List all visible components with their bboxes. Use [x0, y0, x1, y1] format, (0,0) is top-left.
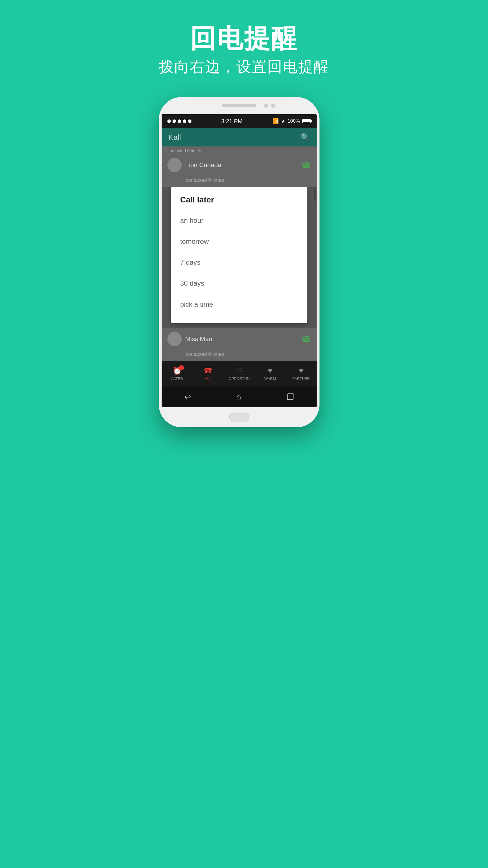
contact-row-2[interactable]: Miss Man ☎	[162, 328, 317, 350]
dot-2	[172, 119, 176, 123]
contact-info-1: Fion Canada	[185, 161, 298, 169]
modal-item-label-0: an hour	[180, 217, 203, 224]
all-icon: ☎	[203, 366, 213, 375]
android-bar: ↩ ⌂ ❐	[162, 386, 317, 407]
contact-name-2: Miss Man	[185, 335, 298, 343]
bottom-contact-area: Miss Man ☎ contacted 0 times	[162, 328, 317, 361]
top-heading-area: 回电提醒 拨向右边，设置回电提醒	[159, 23, 329, 77]
modal-item-label-1: tomorrow	[180, 238, 209, 245]
call-later-modal: Call later an hour tomorrow 7 days 30 da…	[171, 187, 307, 323]
dot-4	[183, 119, 186, 123]
nav-warm-label: WARM	[264, 376, 276, 381]
opportunity-icon: ♡	[236, 366, 242, 375]
nav-item-partner[interactable]: ♥ PARTNER	[286, 366, 317, 381]
partner-icon: ♥	[299, 366, 303, 375]
phone-wrapper: 3:21 PM 📶 ★ 100% Kall 🔍	[159, 97, 320, 427]
status-time: 3:21 PM	[221, 118, 242, 125]
dot-5	[188, 119, 192, 123]
modal-item-0[interactable]: an hour	[180, 210, 298, 231]
nav-opportunity-label: OPPORTUN	[228, 376, 250, 381]
phone-screen: 3:21 PM 📶 ★ 100% Kall 🔍	[162, 114, 317, 407]
modal-item-1[interactable]: tomorrow	[180, 231, 298, 252]
camera-area	[264, 104, 275, 108]
phone-icon-2[interactable]: ☎	[302, 335, 311, 344]
main-title: 回电提醒	[159, 23, 329, 54]
phone-icon-1[interactable]: ☎	[302, 161, 311, 170]
signal-dots	[167, 119, 192, 123]
contact-sub-1: contacted 0 times	[162, 176, 317, 187]
bottom-nav: ⏰ 0 LATER ☎ ALL ♡ OPPORTUN ♥	[162, 361, 317, 386]
contact-sub-2: contacted 0 times	[162, 350, 317, 361]
app-header: Kall 🔍	[162, 128, 317, 147]
nav-later-label: LATER	[171, 376, 183, 381]
camera-dot-1	[264, 104, 268, 108]
recents-button[interactable]: ❐	[287, 392, 294, 402]
warm-icon: ♥	[268, 366, 272, 375]
modal-item-label-4: pick a time	[180, 300, 213, 308]
phone-bottom-bar	[159, 407, 320, 427]
modal-item-label-2: 7 days	[180, 258, 200, 266]
bluetooth-icon: ★	[281, 118, 285, 124]
speaker-bar	[222, 104, 256, 107]
home-button-android[interactable]: ⌂	[236, 392, 241, 401]
later-badge: 0	[179, 365, 184, 370]
modal-item-4[interactable]: pick a time	[180, 294, 298, 315]
nav-partner-label: PARTNER	[293, 376, 310, 381]
contact-name-1: Fion Canada	[185, 161, 298, 169]
nav-item-opportunity[interactable]: ♡ OPPORTUN	[224, 366, 255, 381]
contact-row-1[interactable]: Fion Canada ☎	[162, 154, 317, 176]
nav-later-icon-wrapper: ⏰ 0	[172, 366, 182, 375]
scrollbar-hint	[314, 187, 316, 201]
dot-3	[178, 119, 181, 123]
status-bar: 3:21 PM 📶 ★ 100%	[162, 114, 317, 128]
contact-info-2: Miss Man	[185, 335, 298, 343]
nav-item-warm[interactable]: ♥ WARM	[255, 366, 286, 381]
battery-icon	[302, 119, 311, 123]
phone-shell: 3:21 PM 📶 ★ 100% Kall 🔍	[159, 97, 320, 427]
modal-item-label-3: 30 days	[180, 279, 204, 287]
status-right: 📶 ★ 100%	[272, 118, 311, 124]
dot-1	[167, 119, 171, 123]
nav-item-all[interactable]: ☎ ALL	[193, 366, 224, 381]
contact-avatar-1	[167, 158, 182, 172]
main-subtitle: 拨向右边，设置回电提醒	[159, 57, 329, 77]
camera-dot-2	[271, 104, 275, 108]
back-button[interactable]: ↩	[184, 392, 191, 402]
app-title: Kall	[168, 133, 181, 142]
contact-avatar-2	[167, 332, 182, 346]
modal-overlay: Call later an hour tomorrow 7 days 30 da…	[162, 187, 317, 361]
wifi-icon: 📶	[272, 118, 279, 124]
battery-fill	[303, 120, 310, 122]
home-button-physical[interactable]	[229, 413, 249, 422]
modal-item-3[interactable]: 30 days	[180, 273, 298, 294]
nav-all-label: ALL	[205, 376, 211, 381]
modal-item-2[interactable]: 7 days	[180, 252, 298, 273]
modal-title: Call later	[180, 195, 298, 205]
nav-item-later[interactable]: ⏰ 0 LATER	[162, 366, 193, 381]
search-icon[interactable]: 🔍	[300, 133, 310, 142]
phone-top-bar	[159, 97, 320, 114]
page-background: 回电提醒 拨向右边，设置回电提醒	[159, 0, 329, 427]
battery-percent: 100%	[288, 118, 300, 124]
contact-pre-row: contacted 0 times	[162, 147, 317, 154]
